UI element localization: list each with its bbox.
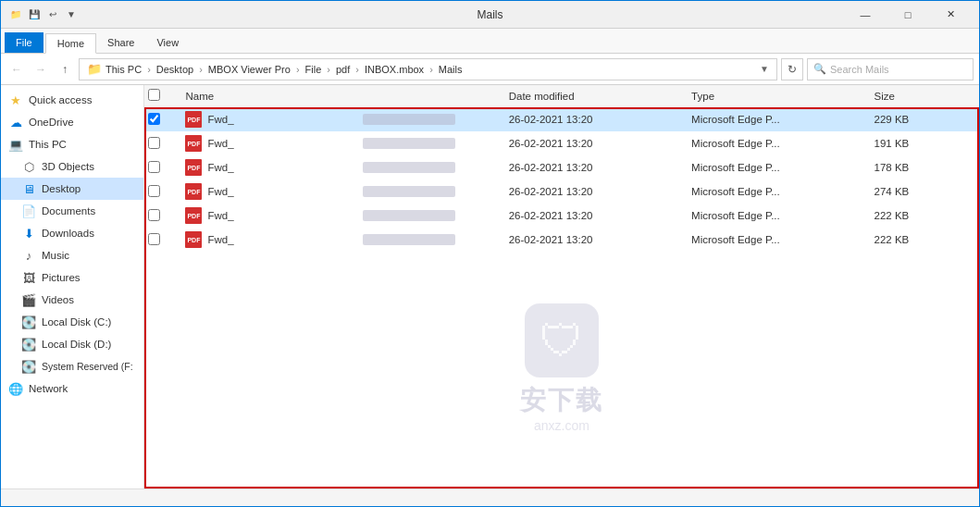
desktop-icon: 🖥	[21, 181, 36, 196]
sidebar-item-local-c[interactable]: 💽 Local Disk (C:)	[1, 311, 143, 333]
row-filename: Fwd_	[207, 162, 355, 173]
col-header-type[interactable]: Type	[684, 85, 866, 107]
sidebar-item-videos[interactable]: 🎬 Videos	[1, 289, 143, 311]
row-checkbox[interactable]	[148, 185, 160, 197]
row-checkbox[interactable]	[148, 161, 160, 173]
row-checkbox[interactable]	[148, 137, 160, 149]
dropdown-icon[interactable]: ▼	[64, 7, 79, 22]
table-header-row: Name Date modified Type Size	[144, 85, 979, 107]
table-row[interactable]: PDFFwd_26-02-2021 13:20Microsoft Edge P.…	[144, 228, 979, 252]
col-header-name[interactable]: Name	[178, 85, 501, 107]
sep3: ›	[296, 64, 300, 75]
sidebar-item-pictures[interactable]: 🖼 Pictures	[1, 266, 143, 289]
tab-share[interactable]: Share	[96, 32, 145, 53]
pictures-icon: 🖼	[21, 270, 36, 285]
sidebar-label-videos: Videos	[42, 294, 74, 305]
table-row[interactable]: PDFFwd_26-02-2021 13:20Microsoft Edge P.…	[144, 107, 979, 131]
row-name-cell: PDFFwd_	[178, 228, 501, 252]
sidebar-label-downloads: Downloads	[42, 228, 94, 239]
blurred-text	[363, 114, 455, 125]
row-size-cell: 274 KB	[867, 179, 980, 204]
row-name-content: PDFFwd_	[185, 183, 493, 200]
row-checkbox[interactable]	[148, 209, 160, 221]
undo-icon[interactable]: ↩	[45, 7, 60, 22]
network-icon: 🌐	[8, 381, 23, 396]
tab-view[interactable]: View	[145, 32, 190, 53]
content-area: Name Date modified Type Size PDFFwd_26-0…	[144, 85, 979, 488]
row-date-cell: 26-02-2021 13:20	[502, 131, 684, 155]
row-size-cell: 222 KB	[867, 204, 980, 228]
address-dropdown-icon[interactable]: ▼	[760, 64, 769, 74]
row-type-cell: Microsoft Edge P...	[684, 107, 866, 131]
sidebar-label-onedrive: OneDrive	[29, 117, 74, 128]
sidebar-item-system-f[interactable]: 💽 System Reserved (F:	[1, 355, 143, 377]
blurred-text	[363, 186, 455, 197]
sidebar-item-local-d[interactable]: 💽 Local Disk (D:)	[1, 333, 143, 355]
address-pdf: pdf	[336, 64, 350, 75]
ribbon: File Home Share View	[1, 29, 979, 54]
tab-file[interactable]: File	[5, 32, 43, 53]
main-layout: ★ Quick access ☁ OneDrive 💻 This PC ⬡ 3D…	[1, 85, 979, 488]
sidebar-item-documents[interactable]: 📄 Documents	[1, 200, 143, 222]
disk-c-icon: 💽	[21, 315, 36, 329]
search-icon: 🔍	[813, 63, 826, 75]
tab-home[interactable]: Home	[45, 33, 96, 54]
sidebar-label-network: Network	[29, 383, 68, 394]
watermark-icon: 🛡	[525, 303, 599, 377]
sidebar-item-downloads[interactable]: ⬇ Downloads	[1, 222, 143, 244]
up-button[interactable]: ↑	[55, 59, 75, 80]
maximize-button[interactable]: □	[887, 1, 929, 29]
forward-button: →	[31, 59, 51, 80]
select-all-checkbox[interactable]	[148, 89, 160, 101]
row-type-cell: Microsoft Edge P...	[684, 228, 866, 252]
row-name-cell: PDFFwd_	[178, 179, 501, 204]
table-row[interactable]: PDFFwd_26-02-2021 13:20Microsoft Edge P.…	[144, 155, 979, 179]
cloud-icon: ☁	[8, 115, 23, 130]
videos-icon: 🎬	[21, 292, 36, 307]
sidebar-item-music[interactable]: ♪ Music	[1, 244, 143, 266]
blurred-text	[363, 138, 455, 149]
title-controls: — □ ✕	[844, 1, 972, 29]
row-checkbox[interactable]	[148, 233, 160, 245]
sidebar-item-network[interactable]: 🌐 Network	[1, 377, 143, 400]
search-box[interactable]: 🔍 Search Mails	[807, 58, 974, 80]
pdf-icon: PDF	[185, 135, 202, 152]
row-checkbox-cell	[144, 228, 178, 252]
col-checkbox[interactable]	[144, 85, 178, 107]
refresh-button[interactable]: ↻	[781, 58, 803, 80]
sep4: ›	[327, 64, 330, 75]
row-size-cell: 191 KB	[867, 131, 980, 155]
blurred-text	[363, 210, 455, 221]
address-bar[interactable]: 📁 This PC › Desktop › MBOX Viewer Pro › …	[79, 58, 777, 80]
file-tbody: PDFFwd_26-02-2021 13:20Microsoft Edge P.…	[144, 107, 979, 252]
sidebar-item-onedrive[interactable]: ☁ OneDrive	[1, 111, 143, 133]
window-title: Mails	[477, 8, 502, 21]
row-checkbox[interactable]	[148, 113, 160, 125]
sidebar-item-quick-access[interactable]: ★ Quick access	[1, 89, 143, 111]
watermark-cn-text: 安下载	[520, 383, 603, 418]
downloads-icon: ⬇	[21, 226, 36, 241]
minimize-button[interactable]: —	[844, 1, 887, 29]
table-row[interactable]: PDFFwd_26-02-2021 13:20Microsoft Edge P.…	[144, 179, 979, 204]
address-thispc: This PC	[105, 64, 142, 75]
row-checkbox-cell	[144, 131, 178, 155]
disk-d-icon: 💽	[21, 337, 36, 352]
col-header-date[interactable]: Date modified	[502, 85, 684, 107]
sidebar-item-3d-objects[interactable]: ⬡ 3D Objects	[1, 155, 143, 178]
sep2: ›	[199, 64, 203, 75]
sep6: ›	[429, 64, 433, 75]
address-inbox: INBOX.mbox	[365, 64, 424, 75]
table-row[interactable]: PDFFwd_26-02-2021 13:20Microsoft Edge P.…	[144, 131, 979, 155]
row-name-cell: PDFFwd_	[178, 204, 501, 228]
save-icon[interactable]: 💾	[27, 7, 42, 22]
row-filename: Fwd_	[207, 186, 355, 197]
nav-bar: ← → ↑ 📁 This PC › Desktop › MBOX Viewer …	[1, 54, 979, 85]
address-mboxviewer: MBOX Viewer Pro	[208, 64, 291, 75]
sidebar-item-desktop[interactable]: 🖥 Desktop	[1, 178, 143, 200]
col-header-size[interactable]: Size	[867, 85, 980, 107]
sidebar-item-this-pc[interactable]: 💻 This PC	[1, 133, 143, 155]
table-row[interactable]: PDFFwd_26-02-2021 13:20Microsoft Edge P.…	[144, 204, 979, 228]
back-button: ←	[6, 59, 27, 80]
close-button[interactable]: ✕	[929, 1, 972, 29]
row-date-cell: 26-02-2021 13:20	[502, 204, 684, 228]
